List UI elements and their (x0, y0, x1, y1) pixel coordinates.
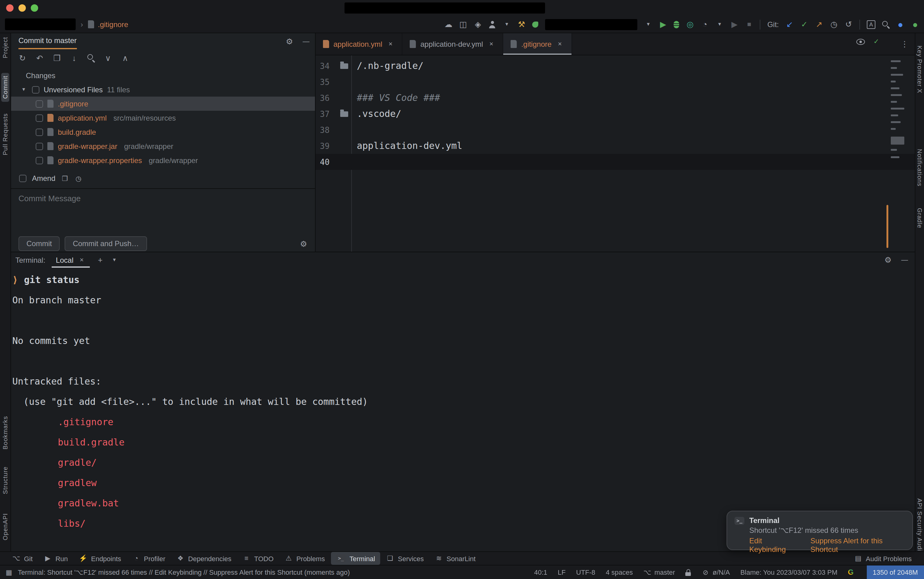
rollback-icon[interactable]: ↶ (36, 54, 44, 62)
toolbar-item-profiler[interactable]: ◔ Profiler (127, 552, 170, 565)
highlighting-eye-icon[interactable] (856, 38, 865, 44)
new-terminal-icon[interactable]: + (96, 256, 104, 264)
terminal-tab-local[interactable]: Local × (51, 252, 90, 268)
commit-settings-gear-icon[interactable]: ⚙ (286, 37, 294, 45)
file-checkbox[interactable] (36, 114, 43, 121)
toolbar-item-problems[interactable]: ⚠ Problems (279, 552, 330, 565)
commit-message-input[interactable] (11, 189, 315, 236)
commit-history-icon[interactable]: ❐ (61, 175, 69, 182)
close-icon[interactable]: × (556, 41, 564, 47)
green-plugin-icon[interactable]: ● (911, 20, 919, 29)
toolbar-item-git[interactable]: ⌥ Git (7, 552, 38, 565)
run-disabled-button[interactable]: ▶ (731, 20, 738, 28)
coverage-button[interactable]: ◎ (686, 20, 694, 28)
sidebar-item-openapi[interactable]: OpenAPI (0, 513, 10, 540)
editor-body[interactable]: 34 /.nb-gradle/ 35 36 ### VS Code ### 37… (315, 56, 915, 252)
close-icon[interactable]: × (78, 257, 86, 263)
users-chevron-icon[interactable]: ▾ (503, 21, 511, 27)
caret-position-widget[interactable]: 40:1 (534, 569, 547, 576)
commit-clock-icon[interactable]: ◷ (74, 175, 82, 182)
vcs-push-button[interactable]: ↗ (815, 20, 823, 28)
file-row-build-gradle[interactable]: build.gradle (11, 125, 315, 139)
minimize-window-button[interactable] (18, 4, 26, 12)
sidebar-item-pull-requests[interactable]: Pull Requests (0, 113, 10, 155)
sidebar-item-api-security-audit[interactable]: API Security Audit (915, 499, 924, 553)
collapse-all-icon[interactable]: ∧ (121, 54, 129, 62)
sidebar-item-key-promoter[interactable]: Key Promoter X (915, 46, 924, 93)
debug-button[interactable] (674, 21, 679, 28)
toolbar-item-services[interactable]: ❏ Services (381, 552, 428, 565)
blame-widget[interactable]: Blame: You 2023/03/07 3:03 PM (740, 569, 837, 576)
expand-all-icon[interactable]: ∨ (104, 54, 112, 62)
terminal-settings-gear-icon[interactable]: ⚙ (884, 256, 892, 264)
tab-gitignore[interactable]: .gitignore × (503, 33, 572, 55)
chevron-down-icon[interactable]: ▾ (20, 87, 28, 92)
translate-icon[interactable]: A (867, 20, 875, 29)
commit-button[interactable]: Commit (18, 236, 60, 251)
sidebar-item-bookmarks[interactable]: Bookmarks (0, 416, 10, 450)
rollback-button[interactable]: ↺ (845, 20, 853, 28)
search-everywhere-icon[interactable] (882, 21, 890, 28)
terminal-output[interactable]: ⟩ git status On branch master No commits… (11, 268, 915, 533)
zoom-window-button[interactable] (31, 4, 38, 12)
amend-checkbox[interactable] (19, 175, 26, 182)
toolbar-item-audit-problems[interactable]: ▤ Audit Problems (849, 552, 917, 565)
build-hammer-icon[interactable]: ⚒ (518, 20, 526, 28)
file-row-application-yml[interactable]: application.yml src/main/resources (11, 111, 315, 125)
profiler-chevron-icon[interactable]: ▾ (716, 21, 724, 27)
edit-keybinding-link[interactable]: Edit Keybinding (749, 536, 797, 554)
toolbar-item-endpoints[interactable]: ⚡ Endpoints (74, 552, 126, 565)
file-checkbox[interactable] (36, 157, 43, 164)
scrollbar-thumb[interactable] (886, 205, 888, 248)
toolbar-item-terminal[interactable]: >_ Terminal (331, 552, 380, 565)
indent-widget[interactable]: 4 spaces (606, 569, 633, 576)
changelist-icon[interactable]: ❐ (53, 54, 61, 62)
sidebar-item-project[interactable]: Project (0, 37, 10, 58)
terminal-chevron-icon[interactable]: ▾ (110, 257, 118, 263)
file-checkbox[interactable] (36, 100, 43, 107)
g-plugin-icon[interactable]: G (848, 568, 854, 577)
lock-icon[interactable] (686, 569, 691, 576)
file-row-gradle-wrapper-jar[interactable]: gradle-wrapper.jar gradle/wrapper (11, 139, 315, 153)
memory-indicator[interactable]: 1350 of 2048M (867, 565, 924, 579)
tab-application-dev-yml[interactable]: application-dev.yml × (403, 33, 503, 55)
profiler-button[interactable]: ◔ (701, 20, 709, 28)
ai-plugin-icon[interactable]: ● (896, 20, 904, 29)
no-problems-check-icon[interactable]: ✓ (872, 38, 880, 45)
commit-hide-icon[interactable]: — (302, 38, 310, 44)
ratio-widget[interactable]: ⊘ ø/N/A (702, 569, 730, 576)
terminal-hide-icon[interactable]: — (901, 257, 909, 263)
commit-and-push-button[interactable]: Commit and Push… (65, 236, 147, 251)
run-button[interactable]: ▶ (659, 20, 667, 28)
tool-window-switcher-icon[interactable]: ▦ (5, 569, 13, 576)
commit-options-gear-icon[interactable]: ⚙ (300, 240, 308, 248)
close-icon[interactable]: × (487, 41, 495, 47)
status-message[interactable]: Terminal: Shortcut '⌥F12' missed 66 time… (18, 568, 350, 576)
sidebar-item-notifications[interactable]: Notifications (915, 149, 924, 186)
tab-application-yml[interactable]: application.yml × (315, 33, 403, 55)
close-icon[interactable]: × (387, 41, 395, 47)
package-icon[interactable]: ◫ (459, 20, 467, 28)
toolbar-item-sonarlint[interactable]: ≋ SonarLint (430, 552, 480, 565)
toolbar-item-todo[interactable]: ≡ TODO (237, 552, 278, 565)
breadcrumb-file[interactable]: .gitignore (98, 20, 128, 29)
file-row-gitignore[interactable]: .gitignore (11, 96, 315, 111)
refresh-icon[interactable]: ↻ (18, 54, 26, 62)
file-row-gradle-wrapper-properties[interactable]: gradle-wrapper.properties gradle/wrapper (11, 153, 315, 167)
file-checkbox[interactable] (36, 128, 43, 136)
history-button[interactable]: ◷ (830, 20, 838, 28)
unversioned-files-group[interactable]: ▾ Unversioned Files 11 files (11, 82, 315, 96)
shield-icon[interactable]: ◈ (474, 20, 482, 28)
preview-diff-icon[interactable] (87, 54, 95, 62)
more-options-icon[interactable]: ⋮ (901, 40, 909, 48)
sidebar-item-commit[interactable]: Commit (0, 73, 10, 102)
vcs-commit-button[interactable]: ✓ (800, 20, 808, 28)
commit-header-tab[interactable]: Commit to master (18, 33, 77, 49)
toolbar-item-run[interactable]: ▶ Run (39, 552, 73, 565)
file-checkbox[interactable] (36, 142, 43, 150)
redacted-run-configuration[interactable] (545, 19, 638, 30)
suppress-alert-link[interactable]: Suppress Alert for this Shortcut (810, 536, 905, 554)
sidebar-item-gradle[interactable]: Gradle (915, 208, 924, 228)
sidebar-item-structure[interactable]: Structure (0, 466, 10, 494)
vcs-update-button[interactable]: ↙ (785, 20, 793, 28)
